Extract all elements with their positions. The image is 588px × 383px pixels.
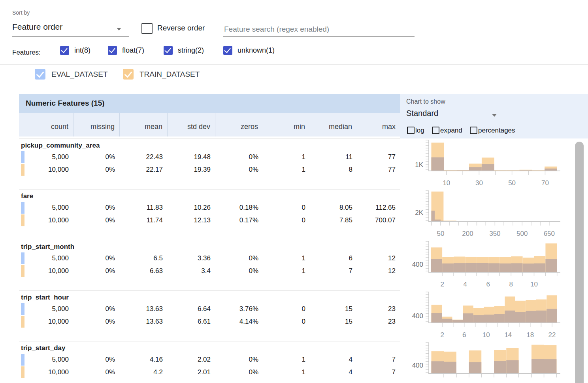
chevron-down-icon — [117, 28, 121, 30]
stat-median: 7.85 — [310, 214, 357, 227]
train-color-chip — [21, 366, 24, 378]
table-title: Numeric Features (15) — [19, 94, 400, 113]
stat-missing: 0% — [74, 265, 120, 277]
feature-name: trip_start_hour — [19, 291, 400, 303]
string-checkbox-icon[interactable] — [164, 46, 173, 55]
percentages-label: percentages — [478, 127, 515, 135]
stat-median: 15 — [310, 315, 357, 328]
stat-max: 12 — [357, 265, 400, 277]
svg-text:70: 70 — [541, 179, 549, 187]
stat-stddev: 2.02 — [168, 353, 215, 366]
train-color-chip — [21, 316, 24, 328]
stat-max: 700.07 — [357, 214, 400, 227]
svg-text:30: 30 — [475, 179, 483, 187]
vertical-scrollbar-thumb[interactable] — [575, 142, 584, 383]
stat-stddev: 19.48 — [168, 151, 215, 163]
feature-block-fare: fare 5,000 0% 11.83 10.26 0.18% 0 8.05 1… — [19, 189, 400, 240]
chart-type-dropdown[interactable]: Standard — [406, 109, 438, 118]
sort-by-dropdown[interactable]: Feature order — [12, 22, 129, 36]
eval-color-chip — [21, 151, 24, 163]
stat-stddev: 10.26 — [168, 201, 215, 214]
svg-text:50: 50 — [508, 179, 516, 187]
stat-min: 1 — [263, 252, 310, 265]
stat-max: 7 — [357, 366, 400, 379]
histogram-trip_start_month[interactable]: 246810400 — [400, 240, 582, 290]
chart-controls-panel: Chart to show Standard log expand percen… — [400, 94, 588, 138]
float-checkbox-icon[interactable] — [108, 46, 117, 55]
train-stats-row: 10,000 0% 6.63 3.4 0% 1 7 12 — [19, 265, 400, 277]
col-header-median: median — [310, 113, 357, 137]
eval-dataset-checkbox-icon[interactable] — [35, 69, 45, 80]
expand-checkbox[interactable] — [432, 127, 439, 134]
svg-text:4: 4 — [464, 281, 467, 288]
eval-stats-row: 5,000 0% 22.43 19.48 0% 1 11 77 — [19, 151, 400, 163]
svg-text:200: 200 — [462, 230, 473, 237]
filter-string[interactable]: string(2) — [164, 46, 204, 55]
svg-text:350: 350 — [489, 230, 500, 237]
col-header-mean: mean — [120, 113, 168, 137]
histogram-trip_start_day[interactable]: 400 — [400, 341, 582, 383]
toolbar: Sort by Feature order Reverse order — [0, 0, 588, 41]
histogram-trip_start_hour[interactable]: 2610141822400 — [400, 290, 582, 341]
stat-max: 7 — [357, 353, 400, 366]
col-header-zeros: zeros — [215, 113, 263, 137]
histogram-pickup_community_area[interactable]: 103050701K — [400, 138, 582, 189]
train-dataset-toggle[interactable]: TRAIN_DATASET — [123, 69, 200, 80]
stat-zeros: 0% — [215, 151, 263, 163]
stat-count: 5,000 — [19, 151, 74, 163]
svg-text:6: 6 — [486, 281, 490, 288]
filter-int[interactable]: int(8) — [60, 46, 90, 55]
histogram-fare[interactable]: 502003505006502K — [400, 189, 582, 240]
reverse-order-checkbox[interactable] — [141, 23, 153, 34]
train-dataset-checkbox-icon[interactable] — [123, 69, 134, 80]
svg-text:2: 2 — [440, 281, 444, 288]
stat-stddev: 6.64 — [168, 303, 215, 315]
svg-text:10: 10 — [482, 331, 490, 339]
stat-mean: 11.83 — [120, 201, 168, 214]
int-checkbox-icon[interactable] — [60, 46, 69, 55]
svg-text:50: 50 — [437, 230, 444, 237]
col-header-min: min — [263, 113, 310, 137]
stat-missing: 0% — [74, 151, 120, 163]
filter-unknown[interactable]: unknown(1) — [223, 46, 275, 55]
eval-dataset-toggle[interactable]: EVAL_DATASET — [35, 69, 108, 80]
vertical-scrollbar-track[interactable] — [572, 139, 588, 383]
features-label: Features: — [12, 49, 41, 57]
train-stats-row: 10,000 0% 4.2 2.01 0% 1 4 7 — [19, 366, 400, 379]
stat-zeros: 0% — [215, 265, 263, 277]
svg-text:8: 8 — [509, 281, 513, 288]
stat-median: 15 — [310, 303, 357, 315]
unknown-checkbox-icon[interactable] — [223, 46, 232, 55]
stat-max: 77 — [357, 163, 400, 176]
feature-search-input[interactable] — [223, 22, 415, 37]
stat-zeros: 3.76% — [215, 303, 263, 315]
svg-text:18: 18 — [526, 331, 534, 339]
filter-float[interactable]: float(7) — [108, 46, 144, 55]
facets-overview-app: Sort by Feature order Reverse order Feat… — [0, 0, 588, 383]
percentages-checkbox[interactable] — [470, 127, 477, 134]
col-header-max: max — [357, 113, 400, 137]
stat-count: 5,000 — [19, 303, 74, 315]
stat-mean: 13.63 — [120, 303, 168, 315]
sort-by-label: Sort by — [12, 9, 30, 16]
chevron-down-icon — [492, 114, 497, 117]
stat-count: 5,000 — [19, 201, 74, 214]
svg-text:400: 400 — [412, 261, 423, 268]
feature-name: fare — [19, 190, 400, 201]
log-checkbox[interactable] — [407, 127, 415, 134]
stat-median: 4 — [310, 366, 357, 379]
int-label: int(8) — [74, 46, 90, 55]
stat-max: 77 — [357, 151, 400, 163]
stat-min: 0 — [263, 315, 310, 328]
stat-mean: 22.43 — [120, 151, 168, 163]
stat-zeros: 0% — [215, 252, 263, 265]
feature-block-trip_start_hour: trip_start_hour 5,000 0% 13.63 6.64 3.76… — [19, 290, 400, 341]
chart-to-show-label: Chart to show — [406, 98, 445, 105]
feature-block-trip_start_day: trip_start_day 5,000 0% 4.16 2.02 0% 1 4… — [19, 341, 400, 383]
stat-max: 23 — [357, 315, 400, 328]
stat-median: 7 — [310, 265, 357, 277]
stat-count: 10,000 — [19, 366, 74, 379]
expand-label: expand — [440, 127, 462, 135]
col-header-count: count — [19, 113, 74, 137]
stat-stddev: 6.61 — [168, 315, 215, 328]
